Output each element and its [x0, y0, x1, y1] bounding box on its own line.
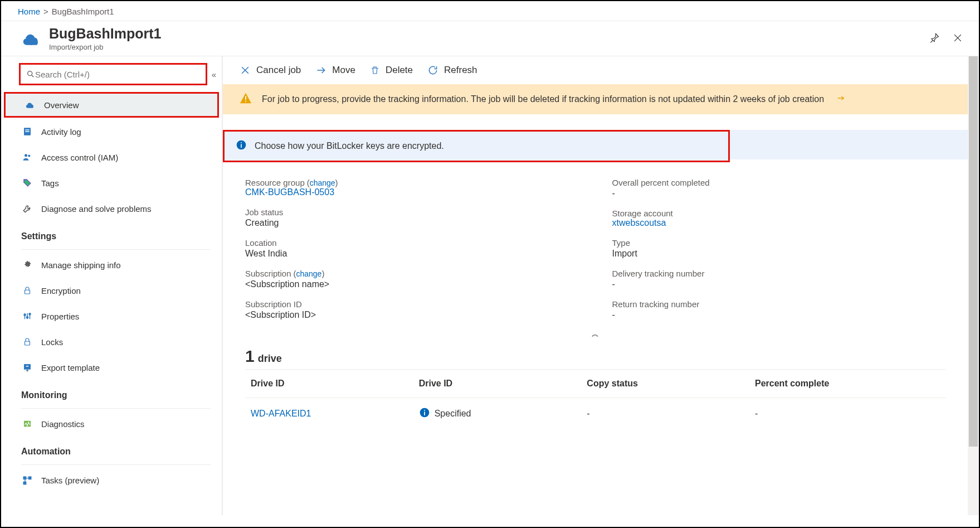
sidebar-section-automation: Automation — [1, 437, 222, 462]
sidebar-item-activity-log[interactable]: Activity log — [1, 119, 222, 144]
search-icon — [26, 70, 35, 79]
info-banner[interactable]: Choose how your BitLocker keys are encry… — [225, 132, 728, 161]
lock-icon — [21, 336, 33, 348]
svg-rect-26 — [424, 410, 425, 411]
arrow-right-icon — [315, 65, 326, 76]
svg-point-4 — [25, 154, 27, 157]
trash-icon — [370, 65, 380, 76]
sidebar-item-encryption[interactable]: Encryption — [1, 278, 222, 303]
properties-panel: Resource group (change) CMK-BUGBASH-0503… — [223, 162, 968, 326]
arrow-right-icon[interactable] — [836, 94, 845, 105]
sidebar-item-properties[interactable]: Properties — [1, 303, 222, 329]
svg-point-9 — [27, 317, 28, 318]
col-percent-complete[interactable]: Percent complete — [749, 370, 945, 398]
svg-rect-18 — [23, 482, 27, 485]
return-tracking-value: - — [612, 310, 946, 320]
breadcrumb: Home > BugBashImport1 — [1, 1, 979, 21]
location-label: Location — [245, 238, 579, 248]
sidebar-item-diagnostics[interactable]: Diagnostics — [1, 411, 222, 437]
main-content: Cancel job Move Delete Refresh — [223, 56, 968, 515]
iam-icon — [21, 151, 33, 163]
col-drive-id-1[interactable]: Drive ID — [245, 370, 413, 398]
collapse-essentials[interactable]: ︽ — [223, 326, 968, 345]
change-resource-group-link[interactable]: change — [310, 178, 335, 187]
svg-rect-19 — [245, 96, 246, 99]
sidebar-item-label: Tags — [41, 178, 59, 188]
sidebar-item-label: Diagnose and solve problems — [41, 204, 152, 214]
sidebar-section-settings: Settings — [1, 221, 222, 247]
subscription-label: Subscription — [245, 269, 291, 278]
sidebar-section-monitoring: Monitoring — [1, 380, 222, 406]
sidebar-item-label: Diagnostics — [41, 419, 85, 429]
refresh-button[interactable]: Refresh — [427, 65, 477, 76]
scrollbar[interactable] — [968, 56, 979, 515]
delivery-tracking-value: - — [612, 279, 946, 289]
svg-rect-13 — [26, 366, 29, 367]
sidebar-item-shipping[interactable]: Manage shipping info — [1, 252, 222, 278]
page-subtitle: Import/export job — [49, 43, 929, 51]
subscription-value: <Subscription name> — [245, 279, 579, 289]
change-subscription-link[interactable]: change — [296, 269, 321, 278]
storage-account-label: Storage account — [612, 209, 946, 218]
search-input-wrap[interactable] — [19, 63, 207, 85]
page-title: BugBashImport1 — [49, 26, 929, 42]
sidebar-item-diagnose[interactable]: Diagnose and solve problems — [1, 196, 222, 221]
diagnostics-icon — [21, 418, 33, 430]
drive-id-link[interactable]: WD-AFAKEID1 — [251, 409, 311, 418]
sidebar-item-iam[interactable]: Access control (IAM) — [1, 144, 222, 170]
col-copy-status[interactable]: Copy status — [581, 370, 749, 398]
cloud-upload-icon — [24, 99, 36, 111]
tasks-icon — [21, 474, 33, 486]
sidebar: « Overview Activity log Access control (… — [1, 56, 223, 515]
export-icon — [21, 361, 33, 374]
storage-account-value[interactable]: xtwebscoutsa — [612, 218, 666, 227]
info-banner-highlighted: Choose how your BitLocker keys are encry… — [223, 130, 730, 162]
move-button[interactable]: Move — [315, 65, 355, 76]
percent-complete-value: - — [612, 188, 946, 198]
svg-rect-16 — [23, 476, 27, 479]
scrollbar-thumb[interactable] — [969, 56, 978, 447]
svg-rect-12 — [24, 364, 31, 370]
breadcrumb-separator-icon: > — [43, 7, 48, 16]
search-input[interactable] — [35, 70, 200, 79]
percent-complete-value: - — [749, 398, 945, 430]
sidebar-item-label: Encryption — [41, 286, 81, 296]
chevron-up-icon: ︽ — [592, 330, 599, 338]
sidebar-item-export-template[interactable]: Export template — [1, 355, 222, 380]
warning-icon — [240, 92, 252, 106]
subscription-id-label: Subscription ID — [245, 299, 579, 309]
sidebar-item-label: Locks — [41, 337, 63, 347]
breadcrumb-home[interactable]: Home — [18, 7, 40, 16]
table-row[interactable]: WD-AFAKEID1 Specified - - — [245, 398, 945, 430]
tags-icon — [21, 177, 33, 189]
delivery-tracking-label: Delivery tracking number — [612, 269, 946, 278]
refresh-icon — [427, 65, 438, 76]
sidebar-item-locks[interactable]: Locks — [1, 329, 222, 355]
sidebar-item-tags[interactable]: Tags — [1, 170, 222, 196]
x-icon — [240, 65, 251, 76]
collapse-sidebar-icon[interactable]: « — [212, 70, 216, 79]
wrench-icon — [21, 202, 33, 215]
svg-rect-14 — [27, 370, 28, 371]
info-icon — [236, 139, 247, 153]
sidebar-item-tasks[interactable]: Tasks (preview) — [1, 467, 222, 493]
svg-rect-22 — [241, 144, 242, 148]
gear-icon — [21, 259, 33, 271]
cancel-job-button[interactable]: Cancel job — [240, 65, 301, 76]
svg-rect-23 — [241, 142, 242, 143]
warning-text: For job to progress, provide the trackin… — [262, 94, 824, 104]
subscription-id-value: <Subscription ID> — [245, 310, 579, 320]
delete-button[interactable]: Delete — [370, 65, 413, 76]
svg-rect-11 — [25, 341, 30, 345]
sidebar-item-label: Access control (IAM) — [41, 153, 118, 162]
resource-group-value[interactable]: CMK-BUGBASH-0503 — [245, 187, 334, 197]
pin-icon[interactable] — [929, 32, 940, 45]
sidebar-item-label: Export template — [41, 363, 100, 372]
col-drive-id-2[interactable]: Drive ID — [413, 370, 582, 398]
close-icon[interactable] — [952, 32, 963, 45]
log-icon — [21, 125, 33, 138]
drives-table: Drive ID Drive ID Copy status Percent co… — [245, 370, 945, 429]
job-status-label: Job status — [245, 207, 579, 217]
job-status-value: Creating — [245, 218, 579, 228]
sidebar-item-overview[interactable]: Overview — [4, 92, 219, 118]
